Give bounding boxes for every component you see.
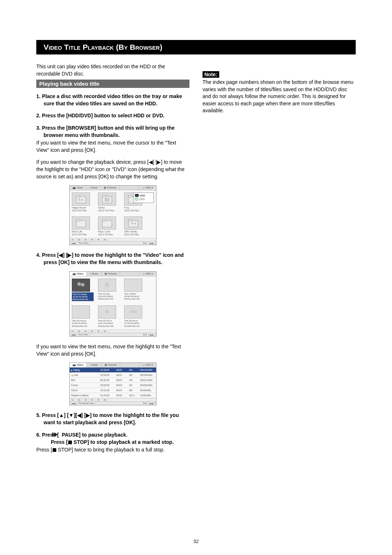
tab-pictures: ▦ Pictures xyxy=(102,272,120,276)
device-popup: HDD DVD xyxy=(134,193,154,203)
folder-thumb: Ray's Lover10/12 33 Files xyxy=(98,216,120,236)
list-item: Reptile in Nature 01:20:5606/26M2 31h30m… xyxy=(70,393,156,398)
folder-thumb: Happy House10/12 48 Files xyxy=(72,193,94,212)
browser-screenshot-1: 📷 Video ♪ Music ▦ Pictures ▭ HDD ▾ HDD D… xyxy=(69,185,156,245)
step-1: 1. Place a disc with recorded video titl… xyxy=(36,93,189,107)
note-label: Note: xyxy=(203,71,219,78)
device-indicator: ▭ HDD ▾ xyxy=(139,186,156,190)
page-cell: 01 xyxy=(70,330,76,333)
folder-thumb: Jeff's Family10/12 58 Files xyxy=(124,216,146,236)
page-cell: 04 xyxy=(89,238,95,241)
svg-rect-6 xyxy=(105,198,110,202)
page-cell: 02 xyxy=(76,398,83,401)
step-6: 6. Press [ PAUSE] to pause playback. Pre… xyxy=(36,432,189,446)
svg-point-21 xyxy=(130,310,133,313)
folder-thumb: Sunny10/12 126 Files xyxy=(98,193,120,212)
svg-rect-10 xyxy=(76,219,80,221)
svg-point-17 xyxy=(77,282,81,286)
tab-music: ♪ Music xyxy=(87,272,102,276)
page-number: 32 xyxy=(0,539,392,544)
svg-rect-1 xyxy=(76,195,80,197)
page-cell: 05 xyxy=(95,398,102,401)
svg-rect-13 xyxy=(128,220,138,227)
page-cell: 03 xyxy=(82,238,89,241)
svg-rect-5 xyxy=(102,195,106,197)
svg-rect-8 xyxy=(128,195,132,197)
page-cell: 01 xyxy=(70,238,76,241)
page-cell: 03 xyxy=(82,330,89,333)
step-4-body: If you want to view the text menu, move … xyxy=(36,343,189,357)
page-cell: 05 xyxy=(95,330,102,333)
skip-prev-icon: |◀◀ xyxy=(70,402,77,405)
skip-next-icon: ▶▶| xyxy=(148,402,156,405)
step-5: 5. Press [▲] [▼][◀] [▶] to move the high… xyxy=(36,412,189,426)
svg-rect-24 xyxy=(54,433,55,437)
page-cell: 05 xyxy=(95,238,102,241)
skip-prev-icon: |◀◀ xyxy=(70,242,77,245)
thumbnail-view-button: Thumbnail View xyxy=(77,402,96,405)
intro-text: This unit can play video titles recorded… xyxy=(36,63,189,77)
device-indicator: ▭ HDD ▾ xyxy=(139,363,156,367)
page-cell: 01 xyxy=(70,398,76,401)
svg-point-2 xyxy=(78,199,80,201)
list-item: 🔒 See 23:50:0506/22M200h45m00s xyxy=(70,373,156,378)
svg-point-19 xyxy=(105,283,109,287)
svg-rect-23 xyxy=(52,433,53,437)
stop-icon xyxy=(68,441,72,444)
tab-pictures: ▦ Pictures xyxy=(102,363,120,367)
step-3-body-a: If you want to view the text menu, move … xyxy=(36,139,189,154)
tab-video: 📷 Video xyxy=(70,186,86,190)
list-item: Bird 08:30:2806/23M400h31m00s xyxy=(70,378,156,383)
title-thumb: Title 01:Happy15:30:05 06/2000h12m06s M2 xyxy=(72,279,94,301)
tab-pictures: ▦ Pictures xyxy=(101,186,119,190)
skip-prev-icon: |◀◀ xyxy=(70,333,77,336)
svg-point-3 xyxy=(81,199,83,201)
note-body: The index page numbers shown on the bott… xyxy=(203,79,356,114)
stop-icon xyxy=(53,448,56,452)
svg-point-15 xyxy=(131,222,133,224)
page-cell: 03 xyxy=(82,398,89,401)
step-2: 2. Press the [HDD/DVD] button to select … xyxy=(36,112,189,119)
device-indicator: ▭ HDD ▾ xyxy=(139,272,156,276)
page-cell: 02 xyxy=(76,330,83,333)
page-cell: 02 xyxy=(76,238,83,241)
list-item: ▶ Happy 15:30:0506/20M300h12m05s xyxy=(70,368,156,373)
title-thumb: Title 05:HOLA19:41:08 06/2400h10m00s M6 xyxy=(98,305,120,327)
page-cell: 06 xyxy=(102,238,108,241)
svg-point-20 xyxy=(105,310,109,313)
tab-music: ♪ Music xyxy=(86,186,101,190)
page-cell: 06 xyxy=(102,398,108,401)
page-cell: 04 xyxy=(89,398,95,401)
tab-video: 📷 Video xyxy=(70,363,87,367)
exit-button: Exit xyxy=(142,402,148,405)
skip-next-icon: ▶▶| xyxy=(148,333,156,336)
browser-screenshot-2: 📷 Video ♪ Music ▦ Pictures ▭ HDD ▾ Title… xyxy=(69,271,156,337)
list-item: Forest 20:00:0006/23M100h35m00s xyxy=(70,383,156,388)
tab-music: ♪ Music xyxy=(87,363,102,367)
step-4: 4. Press [◀] [▶] to move the highlight t… xyxy=(36,252,189,266)
svg-point-16 xyxy=(134,222,136,224)
svg-marker-25 xyxy=(55,433,57,437)
left-column: This unit can play video titles recorded… xyxy=(36,63,189,459)
title-thumb: Title 02:See23:50:05 06/2200h45m00s M1 xyxy=(98,279,120,301)
step-6-body: Press [ STOP] twice to bring the playbac… xyxy=(36,446,189,454)
right-column: Note: The index page numbers shown on th… xyxy=(203,63,356,459)
svg-rect-11 xyxy=(102,220,112,227)
list-item: HOLA 19:41:0806/24M60h10m00s xyxy=(70,388,156,393)
text-view-button: Text View xyxy=(77,242,90,245)
section-title: Video Title Playback (By Browser) xyxy=(36,40,356,54)
tab-video: 📷 Video xyxy=(70,272,87,276)
title-thumb: Title 06:Home01:20:56 06/2601h30m00s M1 xyxy=(124,305,146,327)
folder-thumb: Bird's Life10/12 56 Files xyxy=(72,216,94,236)
title-thumb: Title 04:Forest20:00:00 06/2300h35m00s M… xyxy=(72,305,94,327)
page-cell: 04 xyxy=(89,330,95,333)
svg-rect-14 xyxy=(128,219,132,221)
subheader: Playing back video title xyxy=(36,80,189,88)
step-3: 3. Press the [BROWSER] button and this w… xyxy=(36,125,189,139)
skip-next-icon: ▶▶| xyxy=(148,242,156,245)
page-cell: 06 xyxy=(102,330,108,333)
step-3-body-b: If you want to change the playback devic… xyxy=(36,159,189,180)
browser-screenshot-3: 📷 Video ♪ Music ▦ Pictures ▭ HDD ▾ ▶ Hap… xyxy=(69,362,156,405)
title-thumb: Title 03:Bird08:30:28 06/2300h31m00s M3 xyxy=(124,279,146,301)
svg-point-18 xyxy=(81,283,85,287)
